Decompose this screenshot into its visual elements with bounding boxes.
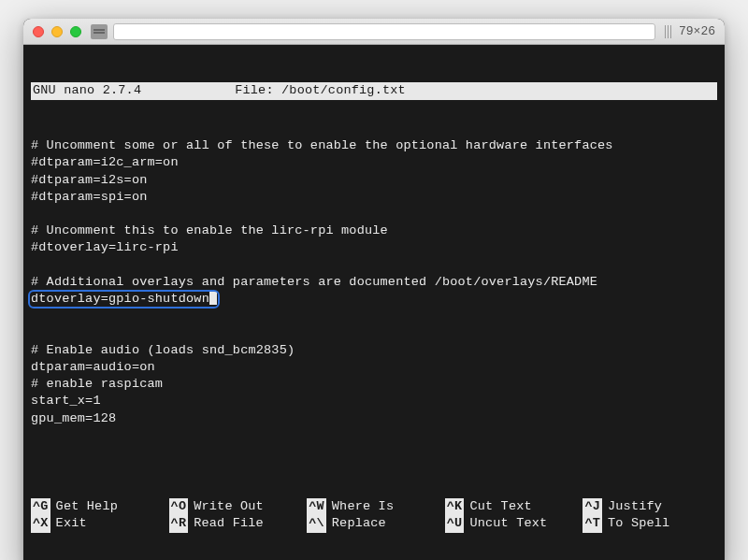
cursor-icon — [209, 291, 217, 305]
home-icon[interactable] — [91, 24, 108, 39]
config-line: #dtparam=spi=on — [31, 190, 148, 204]
nano-file: File: /boot/config.txt — [216, 82, 715, 99]
highlighted-line: dtoverlay=gpio-shutdown — [31, 291, 217, 308]
nano-shortcuts: ^GGet Help ^XExit ^OWrite Out ^RRead Fil… — [31, 498, 717, 532]
terminal-body[interactable]: GNU nano 2.7.4 File: /boot/config.txt # … — [23, 45, 725, 560]
config-line: start_x=1 — [31, 394, 101, 408]
editor-content[interactable]: # Uncomment some or all of these to enab… — [31, 121, 717, 427]
traffic-lights — [33, 26, 81, 37]
shortcut-to-spell: ^TTo Spell — [583, 515, 717, 532]
shortcut-read-file: ^RRead File — [169, 515, 304, 532]
drag-handle-icon — [665, 25, 671, 38]
config-line: #dtparam=i2c_arm=on — [31, 155, 179, 169]
shortcut-justify: ^JJustify — [583, 498, 717, 515]
close-icon[interactable] — [33, 26, 44, 37]
shortcut-write-out: ^OWrite Out — [169, 498, 304, 515]
terminal-window: 79×26 GNU nano 2.7.4 File: /boot/config.… — [23, 19, 725, 560]
window-dimensions: 79×26 — [679, 24, 715, 38]
config-line: #dtparam=i2s=on — [31, 173, 148, 187]
shortcut-replace: ^\Replace — [307, 515, 441, 532]
config-line: # Uncomment this to enable the lirc-rpi … — [31, 223, 388, 237]
zoom-icon[interactable] — [70, 26, 81, 37]
shortcut-where-is: ^WWhere Is — [307, 498, 441, 515]
config-line: #dtoverlay=lirc-rpi — [31, 240, 179, 254]
shortcut-uncut-text: ^UUncut Text — [445, 515, 580, 532]
shortcut-exit: ^XExit — [31, 515, 165, 532]
shortcut-get-help: ^GGet Help — [31, 498, 165, 515]
minimize-icon[interactable] — [51, 26, 63, 37]
config-line: # Enable audio (loads snd_bcm2835) — [31, 343, 295, 357]
nano-version: GNU nano 2.7.4 — [33, 82, 216, 99]
config-line: # Uncomment some or all of these to enab… — [31, 138, 613, 152]
nano-header: GNU nano 2.7.4 File: /boot/config.txt — [31, 82, 717, 99]
config-line: # enable raspicam — [31, 377, 163, 391]
config-line: gpu_mem=128 — [31, 411, 116, 425]
config-line: dtparam=audio=on — [31, 360, 155, 374]
config-line: # Additional overlays and parameters are… — [31, 275, 597, 289]
path-field[interactable] — [113, 23, 655, 40]
titlebar[interactable]: 79×26 — [23, 19, 725, 45]
shortcut-cut-text: ^KCut Text — [445, 498, 580, 515]
